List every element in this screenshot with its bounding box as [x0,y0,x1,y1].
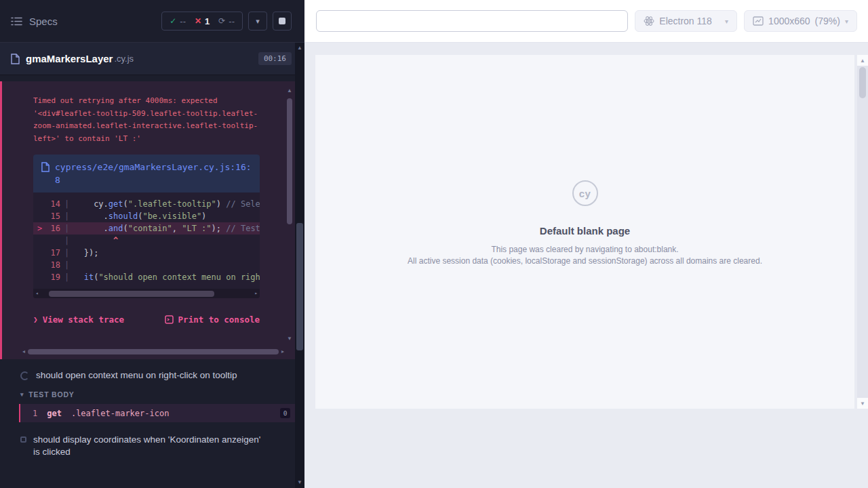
scroll-right-icon[interactable]: ▸ [281,349,284,354]
reporter-sidebar: Specs ✓ -- ✕ 1 ⟳ -- [0,0,304,488]
electron-icon [644,16,654,26]
browser-label: Electron 118 [659,16,712,26]
stage-scroll-thumb[interactable] [859,67,866,98]
check-icon: ✓ [170,16,176,26]
specs-title: Specs [29,16,58,27]
specs-menu-icon[interactable] [11,17,22,26]
code-frame-header[interactable]: cypress/e2e/gmaMarkersLayer.cy.js:16:8 [33,155,260,192]
command-number: 1 [20,409,37,418]
test-body-header[interactable]: ▾ TEST BODY [0,390,295,399]
spec-extension: .cy.js [114,54,134,64]
aut-iframe: cy Default blank page This page was clea… [315,55,854,409]
cypress-runner: Specs ✓ -- ✕ 1 ⟳ -- [0,0,868,488]
chevron-right-icon: ❯ [33,315,38,324]
view-stack-trace-link[interactable]: ❯ View stack trace [33,314,124,325]
blank-page-title: Default blank page [540,225,630,237]
aut-stage: cy Default blank page This page was clea… [304,43,868,488]
spec-header: gmaMarkersLayer .cy.js 00:16 [0,43,304,75]
command-count-badge: 0 [280,408,290,418]
scroll-left-icon[interactable]: ◂ [22,349,25,354]
viewport-size: 1000x660 [768,16,810,26]
passed-count: -- [180,16,186,26]
viewport-scale: (79%) [815,16,840,26]
scroll-down-icon[interactable]: ▼ [287,336,292,342]
view-stack-trace-label: View stack trace [43,314,124,325]
cypress-logo-text: cy [579,188,591,199]
error-message: Timed out retrying after 4000ms: expecte… [33,95,262,145]
fail-icon: ✕ [195,16,201,26]
chevron-down-icon: ▾ [845,18,848,25]
error-vertical-scrollbar[interactable]: ▲ ▼ [285,88,294,342]
blank-page-line2: All active session data (cookies, localS… [408,256,762,267]
code-snippet: 14| cy.get(".leaflet-tooltip") // Sele 1… [33,192,260,298]
pending-icon: ⟳ [218,16,225,26]
command-method: get [47,409,62,418]
scroll-down-icon[interactable]: ▼ [857,398,868,409]
aut-toolbar: Electron 118 ▾ 1000x660 (79%) ▾ [304,0,868,43]
chevron-down-icon: ▾ [20,391,24,398]
stop-tests-button[interactable] [273,12,292,30]
scroll-up-icon[interactable]: ▲ [297,43,302,54]
chevron-down-icon: ▾ [256,17,260,26]
spec-name: gmaMarkersLayer [26,53,113,64]
error-hscroll-thumb[interactable] [28,349,279,354]
code-frame: cypress/e2e/gmaMarkersLayer.cy.js:16:8 1… [33,155,260,298]
console-icon [165,315,174,324]
test-title: should display coordinates when 'Koordin… [33,434,267,458]
stat-pending: ⟳ -- [218,16,235,26]
command-log-entry[interactable]: 1 get .leaflet-marker-icon 0 [19,404,295,422]
print-to-console-button[interactable]: Print to console [165,314,260,325]
error-horizontal-scrollbar[interactable]: ◂ ▸ [22,348,284,356]
chevron-down-icon: ▾ [725,18,728,25]
code-frame-file-link[interactable]: cypress/e2e/gmaMarkersLayer.cy.js:16:8 [55,161,252,186]
url-input[interactable] [316,10,628,32]
scroll-up-icon[interactable]: ▲ [857,55,868,66]
error-actions: ❯ View stack trace Print to console [33,314,260,325]
pending-test-icon [20,436,26,443]
scroll-left-icon[interactable]: ◂ [35,291,39,296]
cypress-logo: cy [572,180,598,206]
reporter-header: Specs ✓ -- ✕ 1 ⟳ -- [0,0,304,43]
test-item-queued[interactable]: should display coordinates when 'Koordin… [0,434,295,458]
reporter-controls: ✓ -- ✕ 1 ⟳ -- ▾ [161,12,292,30]
pending-count: -- [229,16,235,26]
reporter-body: Timed out retrying after 4000ms: expecte… [0,76,295,488]
viewport-icon [753,16,764,26]
aut-panel: Electron 118 ▾ 1000x660 (79%) ▾ cy Defau… [304,0,868,488]
spec-duration-badge: 00:16 [258,52,292,65]
blank-page-line1: This page was cleared by navigating to a… [491,244,678,256]
stage-scrollbar[interactable]: ▲ ▼ [857,55,868,409]
stop-icon [279,18,285,24]
code-scroll-thumb[interactable] [49,291,214,297]
test-body-label: TEST BODY [28,390,74,399]
test-stats: ✓ -- ✕ 1 ⟳ -- [161,12,243,30]
scroll-up-icon[interactable]: ▲ [287,88,292,94]
spec-file-icon [11,54,20,64]
stat-failed: ✕ 1 [195,16,210,26]
test-title: should open context menu on right-click … [36,369,237,382]
test-item-running[interactable]: should open context menu on right-click … [0,369,295,382]
collapse-all-button[interactable]: ▾ [248,12,267,30]
code-horizontal-scrollbar[interactable]: ◂ ▸ [33,289,260,298]
reporter-scroll-thumb[interactable] [296,223,303,350]
error-vscroll-thumb[interactable] [287,98,292,224]
code-lines: 14| cy.get(".leaflet-tooltip") // Sele 1… [33,198,260,283]
command-args: .leaflet-marker-icon [71,409,170,418]
scroll-down-icon[interactable]: ▼ [297,477,302,488]
browser-selector[interactable]: Electron 118 ▾ [635,10,737,32]
spinner-icon [20,371,29,380]
file-icon [41,162,50,186]
scroll-right-icon[interactable]: ▸ [254,291,258,296]
failed-count: 1 [205,16,210,26]
reporter-scrollbar[interactable]: ▲ ▼ [295,43,304,488]
print-to-console-label: Print to console [178,314,260,325]
stat-passed: ✓ -- [170,16,186,26]
test-error-region: Timed out retrying after 4000ms: expecte… [0,81,295,359]
viewport-selector[interactable]: 1000x660 (79%) ▾ [744,10,857,32]
